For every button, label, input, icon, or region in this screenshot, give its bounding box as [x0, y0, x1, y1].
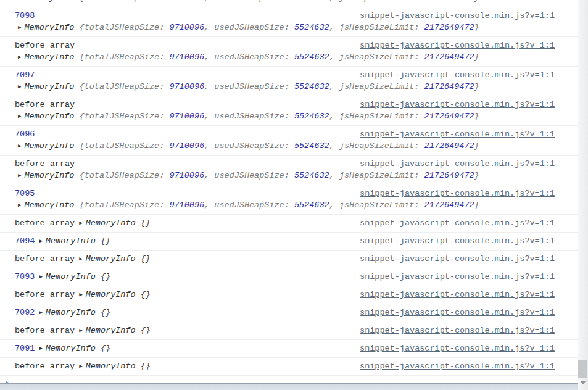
object-preview-token: {}	[101, 344, 110, 353]
object-preview[interactable]: ▶MemoryInfo {totalJSHeapSize: 9710096, u…	[18, 23, 479, 32]
object-preview-token: , jsHeapSizeLimit:	[329, 201, 424, 210]
object-preview[interactable]: ▶MemoryInfo {}	[39, 236, 110, 246]
scrollbar-down-button[interactable]	[578, 378, 588, 388]
object-preview-token: }	[474, 52, 479, 62]
object-preview-token: 2172649472	[424, 0, 474, 2]
object-preview-token: }	[474, 82, 479, 91]
object-preview-token: , jsHeapSizeLimit:	[329, 23, 424, 32]
object-preview[interactable]: ▶MemoryInfo {totalJSHeapSize: 9710096, u…	[18, 171, 479, 180]
expand-triangle-icon[interactable]: ▶	[79, 361, 82, 373]
object-preview-token: , jsHeapSizeLimit:	[329, 52, 424, 62]
object-preview[interactable]: ▶MemoryInfo {}	[79, 254, 151, 263]
object-preview-token: 5524632	[294, 141, 329, 151]
expand-triangle-icon[interactable]: ▶	[18, 111, 21, 123]
expand-triangle-icon[interactable]: ▶	[39, 272, 42, 283]
scrollbar-track[interactable]	[578, 0, 588, 390]
source-link[interactable]: snippet-javascript-console.min.js?v=1:1	[360, 39, 555, 51]
message-text: 7094	[15, 236, 35, 246]
expand-triangle-icon[interactable]: ▶	[39, 307, 42, 319]
source-link[interactable]: snippet-javascript-console.min.js?v=1:1	[360, 325, 555, 336]
expand-triangle-icon[interactable]: ▶	[18, 0, 21, 4]
object-preview-token: {}	[101, 272, 110, 281]
object-class-name: MemoryInfo	[86, 326, 141, 335]
object-preview[interactable]: ▶MemoryInfo {}	[39, 272, 110, 281]
vertical-scrollbar[interactable]	[578, 0, 588, 390]
object-preview-token: , jsHeapSizeLimit:	[329, 141, 424, 151]
object-preview-token: 2172649472	[424, 171, 474, 180]
source-link[interactable]: snippet-javascript-console.min.js?v=1:1	[360, 217, 555, 229]
object-preview-token: 9710096	[169, 52, 204, 62]
console-message: 7098snippet-javascript-console.min.js?v=…	[0, 7, 578, 37]
object-preview[interactable]: ▶MemoryInfo {totalJSHeapSize: 9710096, u…	[18, 112, 479, 121]
source-link[interactable]: snippet-javascript-console.min.js?v=1:1	[360, 253, 555, 265]
object-preview-token: {}	[101, 308, 110, 317]
source-link[interactable]: snippet-javascript-console.min.js?v=1:1	[360, 271, 555, 283]
object-preview-token: }	[474, 23, 479, 32]
object-preview[interactable]: ▶MemoryInfo {}	[79, 218, 151, 228]
object-class-name: MemoryInfo	[86, 218, 141, 228]
console-message: ▶MemoryInfo {totalJSHeapSize: 9710096, u…	[0, 0, 578, 7]
console-message: before array▶MemoryInfo {}snippet-javasc…	[0, 322, 578, 340]
console-input-row[interactable]: >	[0, 376, 578, 383]
source-link[interactable]: snippet-javascript-console.min.js?v=1:1	[360, 342, 555, 354]
source-link[interactable]: snippet-javascript-console.min.js?v=1:1	[360, 69, 555, 81]
object-preview-token: 9710096	[169, 112, 204, 121]
source-link[interactable]: snippet-javascript-console.min.js?v=1:1	[360, 128, 555, 140]
object-preview[interactable]: ▶MemoryInfo {totalJSHeapSize: 9710096, u…	[18, 0, 479, 2]
object-preview[interactable]: ▶MemoryInfo {}	[79, 326, 151, 335]
object-preview[interactable]: ▶MemoryInfo {}	[79, 290, 151, 299]
object-preview-token: 5524632	[294, 23, 329, 32]
object-preview-token: , usedJSHeapSize:	[204, 201, 294, 210]
object-preview-token: 5524632	[294, 0, 329, 2]
console-message: 7091▶MemoryInfo {}snippet-javascript-con…	[0, 340, 578, 358]
object-preview-token: {totalJSHeapSize:	[80, 141, 170, 151]
object-preview-token: 2172649472	[424, 52, 474, 62]
message-text: 7095	[15, 188, 35, 199]
message-text: before array	[15, 99, 75, 110]
object-preview-token: 2172649472	[424, 201, 474, 210]
source-link[interactable]: snippet-javascript-console.min.js?v=1:1	[360, 289, 555, 301]
source-link[interactable]: snippet-javascript-console.min.js?v=1:1	[360, 158, 555, 170]
source-link[interactable]: snippet-javascript-console.min.js?v=1:1	[360, 188, 555, 199]
expand-triangle-icon[interactable]: ▶	[79, 289, 82, 301]
object-preview-token: {totalJSHeapSize:	[80, 23, 170, 32]
object-preview[interactable]: ▶MemoryInfo {totalJSHeapSize: 9710096, u…	[18, 82, 479, 91]
console-prompt-icon: >	[6, 380, 10, 383]
source-link[interactable]: snippet-javascript-console.min.js?v=1:1	[360, 235, 555, 247]
message-text: before array	[15, 326, 75, 335]
console-message: before array▶MemoryInfo {}snippet-javasc…	[0, 251, 578, 268]
message-text: 7091	[15, 344, 35, 353]
expand-triangle-icon[interactable]: ▶	[18, 52, 21, 64]
message-text: before array	[15, 218, 75, 228]
source-link[interactable]: snippet-javascript-console.min.js?v=1:1	[360, 360, 555, 372]
object-class-name: MemoryInfo	[86, 362, 141, 371]
expand-triangle-icon[interactable]: ▶	[18, 170, 21, 182]
object-preview[interactable]: ▶MemoryInfo {totalJSHeapSize: 9710096, u…	[18, 52, 479, 62]
expand-triangle-icon[interactable]: ▶	[39, 343, 42, 355]
object-preview[interactable]: ▶MemoryInfo {totalJSHeapSize: 9710096, u…	[18, 201, 479, 210]
object-preview[interactable]: ▶MemoryInfo {}	[39, 344, 110, 353]
object-preview-token: }	[474, 141, 479, 151]
console-message: 7093▶MemoryInfo {}snippet-javascript-con…	[0, 268, 578, 286]
object-class-name: MemoryInfo	[86, 254, 141, 263]
object-preview-token: {}	[141, 362, 151, 371]
expand-triangle-icon[interactable]: ▶	[18, 141, 21, 152]
expand-triangle-icon[interactable]: ▶	[79, 254, 82, 265]
expand-triangle-icon[interactable]: ▶	[18, 200, 21, 212]
expand-triangle-icon[interactable]: ▶	[79, 325, 82, 337]
object-preview-token: {}	[101, 236, 110, 246]
object-preview-token: {totalJSHeapSize:	[80, 0, 170, 2]
object-preview[interactable]: ▶MemoryInfo {}	[39, 308, 110, 317]
source-link[interactable]: snippet-javascript-console.min.js?v=1:1	[360, 99, 555, 110]
expand-triangle-icon[interactable]: ▶	[79, 218, 82, 230]
expand-triangle-icon[interactable]: ▶	[18, 81, 21, 93]
scrollbar-thumb[interactable]	[578, 360, 587, 378]
source-link[interactable]: snippet-javascript-console.min.js?v=1:1	[360, 10, 555, 22]
expand-triangle-icon[interactable]: ▶	[18, 22, 21, 34]
object-preview[interactable]: ▶MemoryInfo {totalJSHeapSize: 9710096, u…	[18, 141, 479, 151]
object-preview-token: }	[474, 112, 479, 121]
console-message: 7094▶MemoryInfo {}snippet-javascript-con…	[0, 233, 578, 251]
source-link[interactable]: snippet-javascript-console.min.js?v=1:1	[360, 307, 555, 318]
object-preview[interactable]: ▶MemoryInfo {}	[79, 362, 151, 371]
expand-triangle-icon[interactable]: ▶	[39, 236, 42, 247]
